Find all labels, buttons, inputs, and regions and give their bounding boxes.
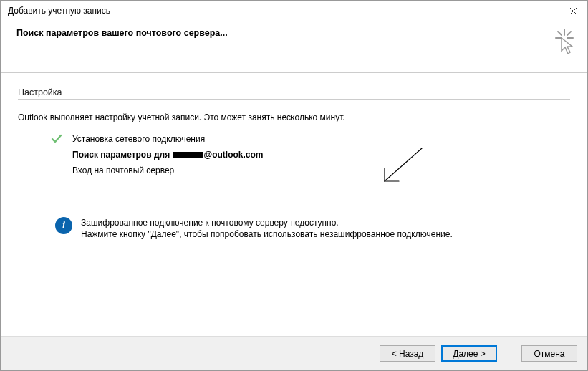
step-login-icon-placeholder (51, 164, 62, 175)
step-search-label: Поиск параметров для @outlook.com (72, 148, 264, 161)
info-line1: Зашифрованное подключение к почтовому се… (81, 217, 453, 228)
section-title: Настройка (18, 87, 570, 97)
close-button[interactable] (559, 1, 587, 21)
info-icon: i (55, 217, 72, 234)
wizard-content: Настройка Outlook выполняет настройку уч… (1, 73, 587, 240)
cancel-button[interactable]: Отмена (521, 345, 577, 362)
svg-line-5 (558, 32, 562, 35)
step-login-label: Вход на почтовый сервер (72, 164, 174, 177)
step-search-suffix: @outlook.com (204, 150, 264, 160)
wizard-header: Поиск параметров вашего почтового сервер… (1, 21, 587, 72)
step-network: Установка сетевого подключения (18, 132, 570, 145)
back-button[interactable]: < Назад (380, 345, 435, 362)
redacted-email-user (173, 152, 203, 158)
step-network-label: Установка сетевого подключения (72, 132, 205, 145)
busy-cursor-icon (551, 28, 577, 57)
wizard-footer: < Назад Далее > Отмена (1, 336, 587, 370)
section-divider (18, 99, 570, 100)
check-icon (51, 132, 62, 144)
step-search: Поиск параметров для @outlook.com (18, 148, 570, 161)
info-text: Зашифрованное подключение к почтовому се… (81, 217, 453, 240)
close-icon (569, 7, 577, 15)
titlebar: Добавить учетную запись (1, 1, 587, 21)
section-intro: Outlook выполняет настройку учетной запи… (18, 112, 570, 122)
wizard-header-title: Поиск параметров вашего почтового сервер… (16, 28, 228, 38)
step-search-icon-placeholder (51, 148, 62, 160)
next-button[interactable]: Далее > (441, 345, 497, 362)
window-title: Добавить учетную запись (8, 6, 110, 16)
info-message: i Зашифрованное подключение к почтовому … (18, 217, 570, 240)
svg-line-6 (567, 32, 571, 35)
step-login: Вход на почтовый сервер (18, 164, 570, 177)
step-search-prefix: Поиск параметров для (72, 150, 173, 160)
info-line2: Нажмите кнопку "Далее", чтобы попробоват… (81, 228, 453, 240)
